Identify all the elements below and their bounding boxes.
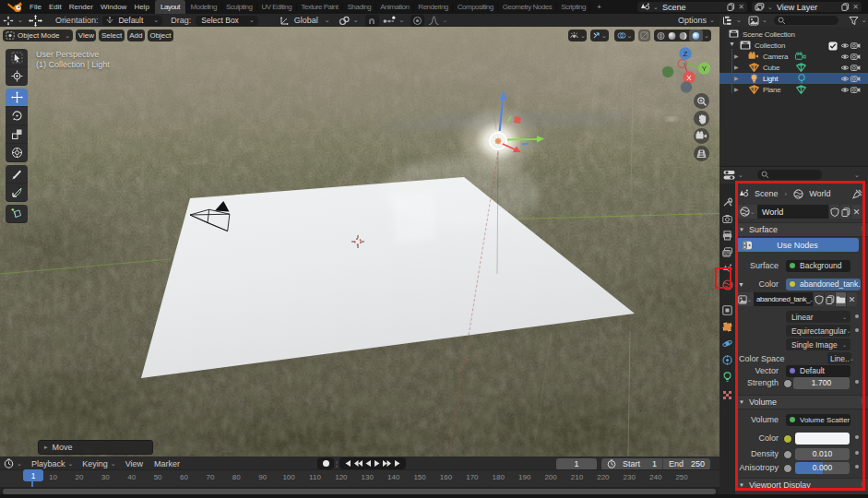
svg-text:Z: Z <box>684 50 688 58</box>
svg-text:X: X <box>686 74 692 82</box>
svg-text:Y: Y <box>702 65 707 73</box>
